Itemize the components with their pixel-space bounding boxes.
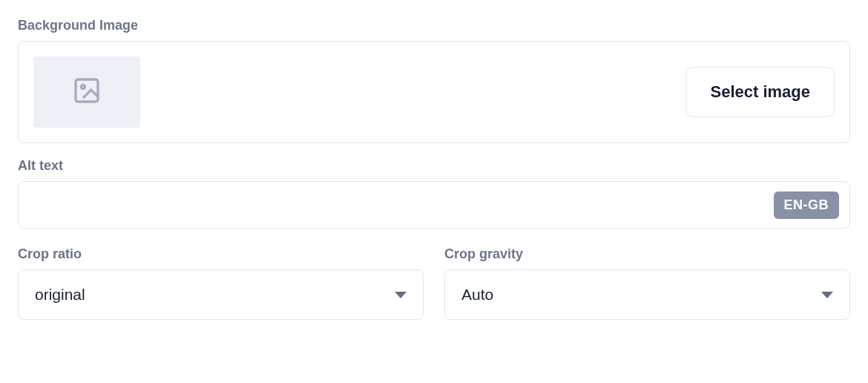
crop-row: Crop ratio original Crop gravity Auto bbox=[18, 246, 850, 320]
chevron-down-icon bbox=[395, 292, 407, 298]
alt-text-field-container: EN-GB bbox=[18, 181, 850, 229]
image-thumbnail-placeholder[interactable] bbox=[33, 56, 140, 128]
crop-ratio-value: original bbox=[35, 286, 85, 304]
crop-ratio-select[interactable]: original bbox=[18, 269, 424, 320]
crop-ratio-column: Crop ratio original bbox=[18, 246, 424, 320]
crop-gravity-value: Auto bbox=[461, 286, 493, 304]
svg-point-1 bbox=[82, 85, 85, 89]
chevron-down-icon bbox=[821, 292, 833, 298]
background-image-container: Select image bbox=[18, 41, 850, 143]
crop-ratio-label: Crop ratio bbox=[18, 246, 424, 262]
alt-text-input[interactable] bbox=[29, 189, 774, 220]
crop-gravity-column: Crop gravity Auto bbox=[444, 246, 850, 320]
crop-gravity-select[interactable]: Auto bbox=[444, 269, 850, 320]
background-image-label: Background Image bbox=[18, 18, 850, 33]
image-placeholder-icon bbox=[72, 76, 102, 108]
language-chip[interactable]: EN-GB bbox=[774, 192, 840, 219]
crop-gravity-label: Crop gravity bbox=[444, 246, 850, 262]
select-image-button[interactable]: Select image bbox=[685, 67, 835, 117]
alt-text-label: Alt text bbox=[18, 158, 850, 174]
svg-rect-0 bbox=[76, 79, 98, 102]
